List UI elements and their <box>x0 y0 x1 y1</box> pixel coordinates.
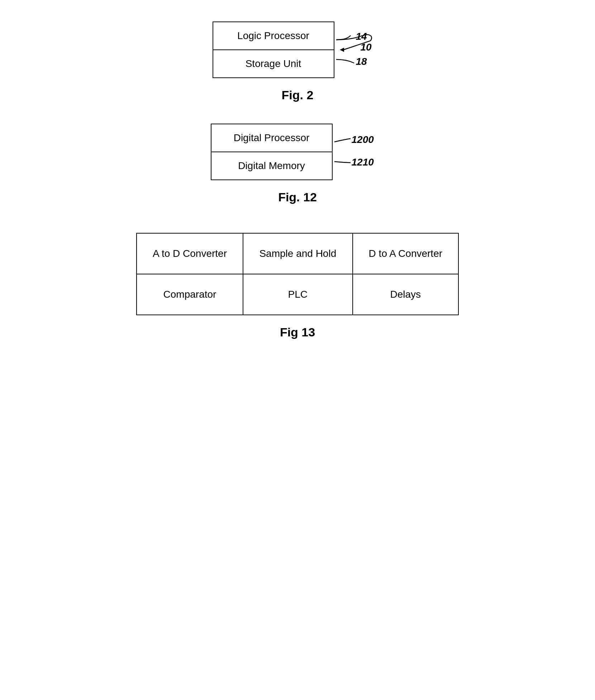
fig2-storage-unit-label: Storage Unit <box>213 50 334 77</box>
fig12-section: Digital Processor Digital Memory 1200 12… <box>211 124 385 204</box>
page-container: Logic Processor Storage Unit 14 10 <box>0 0 595 700</box>
fig12-digital-memory-label: Digital Memory <box>211 152 332 179</box>
fig12-label-1200: 1200 <box>352 134 374 145</box>
cell-a-to-d-converter: A to D Converter <box>137 233 243 274</box>
fig13-section: A to D Converter Sample and Hold D to A … <box>136 233 459 339</box>
cell-comparator: Comparator <box>137 274 243 315</box>
fig2-label-10: 10 <box>361 42 372 53</box>
fig2-logic-processor-label: Logic Processor <box>213 22 334 50</box>
cell-d-to-a-converter: D to A Converter <box>353 233 458 274</box>
fig12-caption: Fig. 12 <box>278 190 317 204</box>
fig2-section: Logic Processor Storage Unit 14 10 <box>213 21 383 102</box>
fig12-box: Digital Processor Digital Memory <box>211 124 333 180</box>
cell-plc: PLC <box>243 274 353 315</box>
fig2-arrowhead <box>340 48 344 52</box>
fig2-label-14: 14 <box>356 31 367 42</box>
fig2-box: Logic Processor Storage Unit <box>213 21 334 78</box>
fig2-caption: Fig. 2 <box>282 88 314 102</box>
fig12-diagram: Digital Processor Digital Memory 1200 12… <box>211 124 385 180</box>
table-row: Comparator PLC Delays <box>137 274 458 315</box>
cell-delays: Delays <box>353 274 458 315</box>
fig2-diagram: Logic Processor Storage Unit 14 10 <box>213 21 383 78</box>
table-row: A to D Converter Sample and Hold D to A … <box>137 233 458 274</box>
cell-sample-and-hold: Sample and Hold <box>243 233 353 274</box>
fig13-caption: Fig 13 <box>280 325 315 339</box>
fig13-table: A to D Converter Sample and Hold D to A … <box>136 233 459 315</box>
fig12-digital-processor-label: Digital Processor <box>211 124 332 152</box>
fig12-label-1210: 1210 <box>352 157 374 168</box>
fig2-label-18: 18 <box>356 56 367 67</box>
